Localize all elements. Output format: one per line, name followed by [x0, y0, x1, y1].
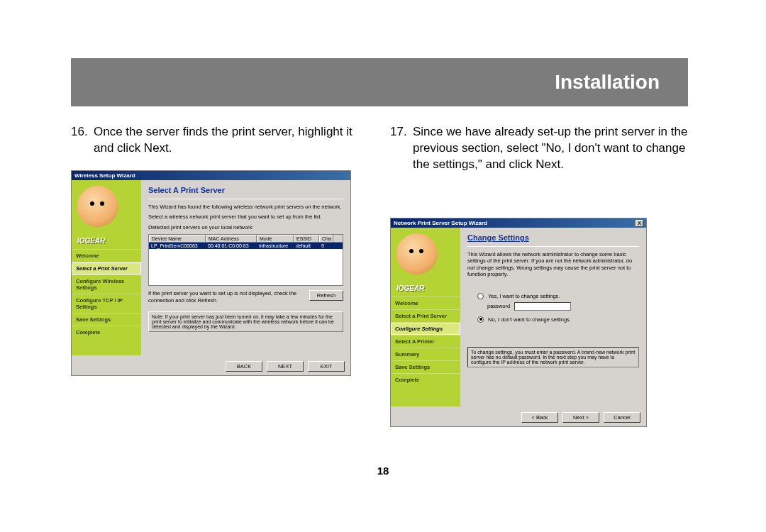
network-wizard-dialog: Network Print Server Setup Wizard X IOGE… [390, 218, 647, 427]
nav-welcome[interactable]: Welcome [391, 297, 460, 309]
mascot-icon [396, 233, 438, 275]
dialog-body: IOGEAR Welcome Select a Print Server Con… [72, 180, 350, 355]
titlebar: Network Print Server Setup Wizard X [391, 218, 646, 228]
pane-title: Select A Print Server [148, 186, 343, 194]
main-pane: Change Settings This Wizard allows the n… [460, 228, 646, 406]
list-header: Device Name MAC Address Mode ESSID Cha [148, 234, 343, 242]
mascot-icon [77, 186, 118, 227]
step-number: 17. [390, 124, 413, 173]
pane-title: Change Settings [467, 233, 639, 242]
wireless-wizard-dialog: Wireless Setup Wizard IOGEAR Welcome Sel… [71, 170, 351, 376]
radio-yes-row[interactable]: Yes, I want to change settings. [477, 293, 639, 299]
footer-buttons: < Back Next > Cancel [521, 412, 640, 423]
cell-mac: 00:40:01:C0:00:83 [206, 243, 257, 249]
nav-select-print-server[interactable]: Select a Print Server [391, 309, 460, 322]
divider [148, 199, 343, 199]
next-button[interactable]: NEXT [267, 361, 304, 372]
col-channel[interactable]: Cha [319, 235, 333, 242]
cell-essid: default [294, 243, 319, 249]
wizard-sidebar: IOGEAR Welcome Select a Print Server Con… [391, 228, 460, 406]
radio-no-row[interactable]: No, I don't want to change settings. [477, 316, 639, 323]
password-row: password [487, 302, 639, 311]
table-row[interactable]: LP_PrintServC00083 00:40:01:C0:00:83 Inf… [149, 243, 343, 249]
step-body: Since we have already set-up the print s… [413, 124, 688, 173]
col-device-name[interactable]: Device Name [149, 235, 206, 242]
nav-config-wireless[interactable]: Configure Wireless Settings [72, 275, 141, 294]
server-list[interactable]: LP_PrintServC00083 00:40:01:C0:00:83 Inf… [148, 242, 343, 286]
refresh-button[interactable]: Refresh [309, 290, 343, 301]
step-16: 16. Once the server finds the print serv… [71, 124, 369, 157]
nav-welcome[interactable]: Welcome [72, 249, 141, 262]
nav-complete[interactable]: Complete [391, 373, 460, 386]
radio-yes-label: Yes, I want to change settings. [488, 293, 560, 299]
col-essid[interactable]: ESSID [294, 235, 319, 242]
exit-button[interactable]: EXIT [308, 361, 345, 372]
page-number: 18 [0, 465, 766, 477]
desc-1: This Wizard has found the following wire… [148, 204, 343, 210]
nav-configure-settings[interactable]: Configure Settings [391, 322, 460, 335]
page-title: Installation [555, 71, 660, 94]
back-button[interactable]: BACK [226, 361, 262, 372]
cell-ch: 9 [319, 243, 333, 249]
radio-yes[interactable] [477, 293, 484, 299]
radio-no-label: No, I don't want to change settings. [488, 316, 571, 323]
desc-2: Select a wireless network print server t… [148, 214, 343, 220]
divider [467, 246, 639, 247]
warning-box: To change settings, you must enter a pas… [467, 347, 639, 367]
brand-logo: IOGEAR [77, 237, 141, 245]
password-input[interactable] [514, 302, 571, 311]
step-17: 17. Since we have already set-up the pri… [390, 124, 688, 173]
change-desc: This Wizard allows the network administr… [467, 251, 639, 278]
footer-buttons: BACK NEXT EXIT [226, 361, 345, 372]
nav-complete[interactable]: Complete [72, 326, 141, 338]
nav-summary[interactable]: Summary [391, 348, 460, 360]
brand-logo: IOGEAR [396, 284, 460, 292]
wizard-sidebar: IOGEAR Welcome Select a Print Server Con… [72, 180, 141, 355]
main-pane: Select A Print Server This Wizard has fo… [141, 180, 350, 355]
next-button[interactable]: Next > [562, 412, 599, 423]
left-column: 16. Once the server finds the print serv… [71, 124, 369, 187]
cell-mode: Infrastructure [257, 243, 294, 249]
window-title: Wireless Setup Wizard [74, 172, 135, 179]
step-body: Once the server finds the print server, … [94, 124, 369, 157]
window-title: Network Print Server Setup Wizard [394, 220, 487, 226]
step-number: 16. [71, 124, 94, 157]
detected-label: Detected print servers on your local net… [148, 224, 343, 231]
cancel-button[interactable]: Cancel [604, 412, 640, 423]
col-mode[interactable]: Mode [257, 235, 294, 242]
dialog-body: IOGEAR Welcome Select a Print Server Con… [391, 228, 646, 406]
nav-save-settings[interactable]: Save Settings [72, 313, 141, 326]
nav-save-settings[interactable]: Save Settings [391, 360, 460, 373]
close-icon[interactable]: X [635, 220, 643, 227]
nav-config-tcpip[interactable]: Configure TCP / IP Settings [72, 294, 141, 313]
password-label: password [487, 303, 510, 309]
cell-name: LP_PrintServC00083 [149, 243, 206, 249]
content-row: 16. Once the server finds the print serv… [71, 124, 688, 187]
titlebar: Wireless Setup Wizard [72, 171, 350, 180]
back-button[interactable]: < Back [521, 412, 558, 423]
radio-no[interactable] [477, 316, 484, 323]
header-bar: Installation [71, 58, 688, 106]
nav-select-printer[interactable]: Select A Printer [391, 335, 460, 348]
refresh-row: If the print server you want to set up i… [148, 290, 343, 307]
refresh-desc: If the print server you want to set up i… [148, 290, 304, 304]
right-column: 17. Since we have already set-up the pri… [390, 124, 688, 187]
col-mac[interactable]: MAC Address [206, 235, 257, 242]
note-box: Note: If your print server has just been… [148, 311, 343, 332]
nav-select-print-server[interactable]: Select a Print Server [72, 262, 141, 275]
